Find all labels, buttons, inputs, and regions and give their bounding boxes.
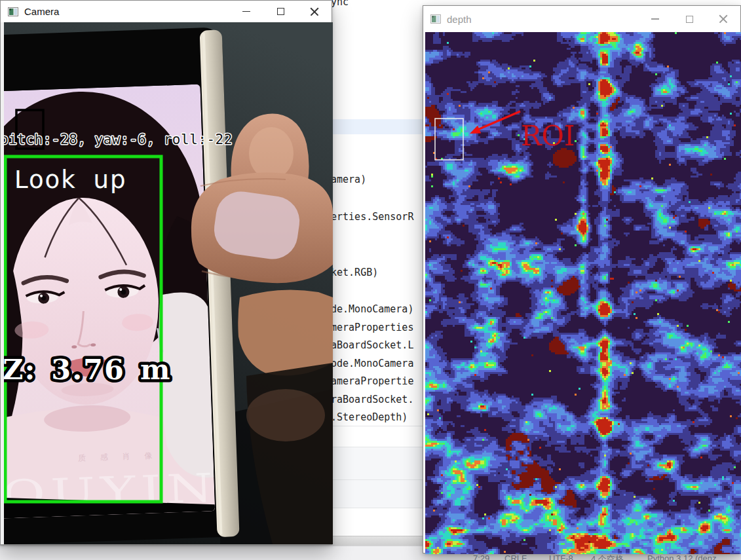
phone: 质 感 肖 像 OUYIN (4, 27, 240, 544)
close-button[interactable] (706, 6, 740, 32)
code-line: de.MonoCamera) (331, 304, 413, 315)
camera-window-title: Camera (24, 6, 59, 17)
close-button[interactable] (297, 1, 332, 22)
code-line: erties.SensorR (331, 212, 413, 223)
roi-arrowhead-icon (470, 126, 481, 134)
pose-text: pitch:-28, yaw:-6, roll:-22 (4, 132, 233, 147)
minimize-icon (651, 18, 659, 20)
depth-roi-box (435, 119, 463, 160)
code-line: ket.RGB) (331, 267, 378, 278)
maximize-button[interactable] (263, 1, 297, 22)
close-icon (719, 14, 728, 24)
screen: ync amera)erties.SensorRket.RGB)de.MonoC… (0, 0, 741, 560)
status-bar-item[interactable]: 4 个空格 (591, 553, 624, 560)
minimize-button[interactable] (638, 6, 672, 32)
code-line: meraProperties (331, 322, 413, 333)
code-line: ode.MonoCamera (331, 358, 413, 369)
code-line: amera) (331, 174, 366, 185)
window-image-icon (8, 7, 18, 16)
depth-view: ROI (425, 32, 741, 554)
middle-finger (238, 289, 333, 375)
code-line: ameraPropertie (331, 376, 413, 387)
camera-window: Camera (0, 0, 332, 545)
code-fragment-top: ync (331, 0, 349, 8)
distance-text: Z: 3.76 m (4, 353, 171, 386)
status-bar-item[interactable]: 7:29 (473, 553, 489, 560)
instruction-text: Look up (14, 166, 126, 194)
code-line: raBoardSocket. (331, 394, 413, 405)
code-line: aBoardSocket.L (331, 340, 413, 351)
status-bar-item[interactable]: CRLF (504, 553, 527, 560)
window-image-icon (430, 14, 441, 24)
camera-view: 质 感 肖 像 OUYIN (4, 22, 333, 544)
maximize-icon (686, 16, 693, 23)
depth-window: depth ROI (423, 5, 741, 553)
status-bar-item[interactable]: UTF-8 (549, 553, 573, 560)
status-bar-item[interactable]: Python 3.12 (denz (647, 553, 717, 560)
depth-annotations: ROI (425, 32, 741, 554)
code-line: .StereoDepth) (331, 412, 408, 423)
roi-arrow-icon (478, 111, 520, 130)
minimize-button[interactable] (229, 1, 263, 22)
maximize-button[interactable] (672, 6, 706, 32)
depth-window-title: depth (447, 14, 472, 25)
camera-titlebar[interactable]: Camera (1, 1, 332, 22)
close-icon (310, 7, 319, 16)
roi-label: ROI (521, 120, 575, 152)
camera-frame: 质 感 肖 像 OUYIN (4, 22, 333, 544)
minimize-icon (242, 11, 250, 12)
depth-titlebar[interactable]: depth (423, 6, 740, 32)
maximize-icon (277, 8, 284, 15)
